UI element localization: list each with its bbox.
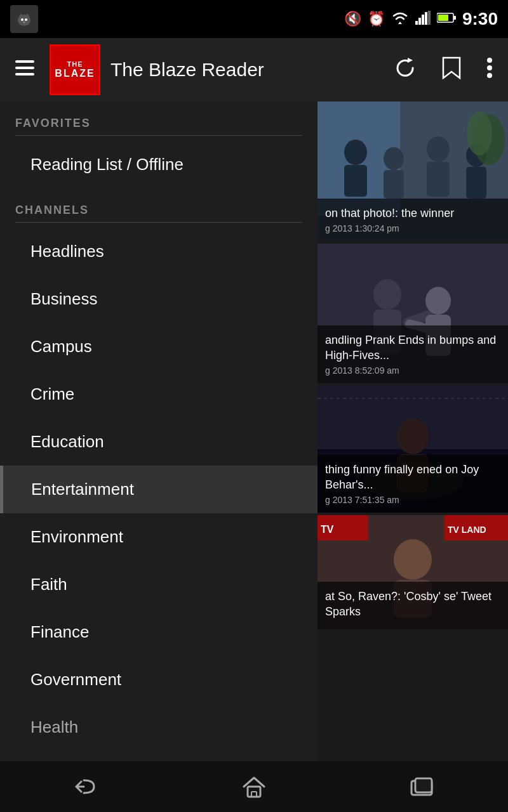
article-title-2: andling Prank Ends in bumps and High-Fiv… [325,333,500,363]
battery-icon [437,12,456,26]
svg-text:TV LAND: TV LAND [448,525,486,535]
svg-rect-9 [425,12,427,25]
article-card-3[interactable]: thing funny finally ened on Joy Behar's.… [318,386,508,513]
app-bar: THE BLAZE The Blaze Reader [0,38,508,102]
svg-point-43 [397,419,429,454]
sidebar-item-reading-list[interactable]: Reading List / Offline [0,141,318,188]
recents-button[interactable] [394,768,452,805]
notification-icon [10,5,38,33]
home-button[interactable] [226,766,282,807]
article-overlay-2: andling Prank Ends in bumps and High-Fiv… [318,325,508,383]
svg-point-3 [21,18,23,21]
hamburger-button[interactable] [10,55,39,85]
channels-divider [15,222,302,223]
article-card-4[interactable]: TV TV LAND at So, Raven?: 'Cosby' se' Tw… [318,515,508,629]
article-time-2: g 2013 8:52:09 am [325,365,500,376]
sidebar-item-education[interactable]: Education [0,418,318,466]
bottom-nav [0,761,508,812]
alarm-icon: ⏰ [368,11,385,27]
app-title: The Blaze Reader [110,59,378,81]
wifi-icon [391,10,409,28]
article-time-3: g 2013 7:51:35 am [325,495,500,505]
article-time-1: g 2013 1:30:24 pm [325,223,500,233]
svg-rect-24 [344,165,367,197]
sidebar: FAVORITES Reading List / Offline CHANNEL… [0,102,318,761]
svg-point-34 [373,279,401,310]
sidebar-item-entertainment[interactable]: Entertainment [0,466,318,513]
logo-the: THE [67,60,83,68]
article-card-2[interactable]: andling Prank Ends in bumps and High-Fiv… [318,244,508,383]
svg-rect-8 [422,15,424,25]
sidebar-item-government[interactable]: Government [0,656,318,704]
article-overlay-4: at So, Raven?: 'Cosby' se' Tweet Sparks [318,582,508,629]
sidebar-item-business[interactable]: Business [0,275,318,323]
article-overlay-1: on that photo!: the winner g 2013 1:30:2… [318,199,508,241]
sidebar-item-headlines[interactable]: Headlines [0,228,318,275]
svg-text:TV: TV [321,524,334,535]
svg-point-23 [344,140,367,165]
sidebar-item-crime[interactable]: Crime [0,370,318,418]
reading-list-label: Reading List / Offline [30,155,184,174]
svg-rect-7 [418,18,421,25]
svg-rect-12 [453,16,456,20]
svg-point-27 [427,136,450,162]
sidebar-item-environment[interactable]: Environment [0,513,318,561]
svg-rect-30 [466,167,486,199]
svg-rect-57 [415,778,432,792]
sidebar-item-faith[interactable]: Faith [0,561,318,608]
svg-point-18 [487,58,492,63]
status-bar: 🔇 ⏰ [0,0,508,38]
sidebar-item-health[interactable]: Health [0,704,318,751]
mute-icon: 🔇 [344,11,361,27]
more-options-button[interactable] [481,51,498,89]
svg-rect-26 [384,170,404,199]
article-card-1[interactable]: on that photo!: the winner g 2013 1:30:2… [318,102,508,241]
main-area: FAVORITES Reading List / Offline CHANNEL… [0,102,508,761]
svg-point-32 [467,111,492,155]
sidebar-item-finance[interactable]: Finance [0,608,318,656]
svg-point-4 [25,18,27,21]
svg-point-5 [23,22,25,23]
svg-rect-14 [15,60,34,63]
app-bar-actions [389,51,498,89]
svg-rect-16 [15,73,34,75]
article-title-4: at So, Raven?: 'Cosby' se' Tweet Sparks [325,589,500,619]
svg-marker-17 [408,58,413,63]
content-panel: on that photo!: the winner g 2013 1:30:2… [318,102,508,761]
favorites-header: FAVORITES [0,102,318,135]
svg-point-19 [487,65,492,70]
svg-point-37 [425,287,451,315]
sidebar-item-campus[interactable]: Campus [0,323,318,370]
logo-blaze: BLAZE [55,68,95,79]
svg-rect-13 [438,15,448,21]
svg-rect-10 [428,11,431,25]
app-logo: THE BLAZE [50,44,100,95]
channels-header: CHANNELS [0,188,318,222]
status-time: 9:30 [462,9,498,29]
svg-rect-15 [15,67,34,69]
svg-rect-6 [415,21,418,25]
signal-icon [415,11,431,27]
article-overlay-3: thing funny finally ened on Joy Behar's.… [318,455,508,513]
refresh-button[interactable] [389,51,422,89]
svg-rect-28 [427,162,450,197]
svg-point-25 [384,147,404,170]
status-bar-left [10,5,38,33]
svg-point-48 [394,539,432,580]
article-title-3: thing funny finally ened on Joy Behar's.… [325,462,500,492]
article-title-1: on that photo!: the winner [325,206,500,221]
bookmark-button[interactable] [437,51,466,89]
favorites-divider [15,135,302,136]
back-button[interactable] [56,768,114,805]
svg-point-20 [487,73,492,78]
status-bar-right: 🔇 ⏰ [344,9,498,29]
